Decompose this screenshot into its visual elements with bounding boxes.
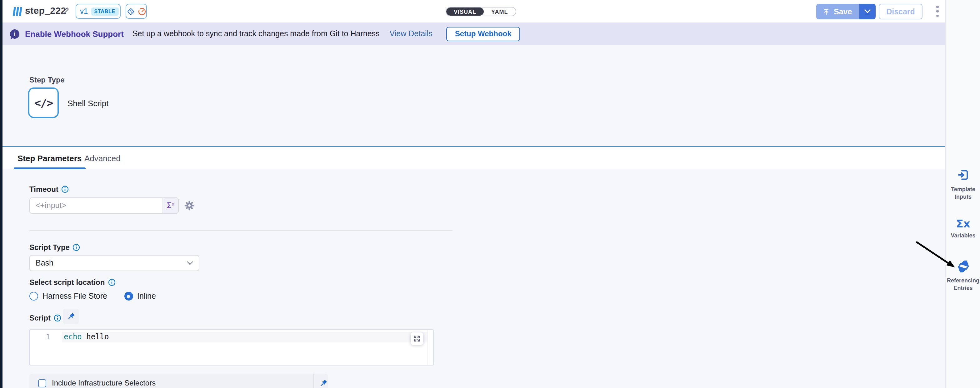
radio-harness-file-store[interactable] [29, 292, 38, 301]
shell-script-step-icon[interactable]: </> [28, 87, 59, 118]
header-status-icons [126, 4, 147, 19]
view-details-link[interactable]: View Details [390, 29, 433, 38]
pushpin-icon [67, 312, 75, 321]
row-divider [313, 374, 314, 388]
chevron-down-icon [187, 261, 193, 265]
git-experience-icon[interactable] [126, 6, 135, 16]
gear-icon[interactable] [185, 200, 194, 211]
info-icon[interactable] [54, 314, 61, 322]
save-button[interactable]: Save [816, 4, 859, 19]
right-utility-sidebar: Template Inputs Σx Variables Referencing… [945, 0, 980, 388]
script-type-select[interactable]: Bash [29, 255, 199, 271]
toggle-yaml[interactable]: YAML [484, 8, 515, 16]
script-field-label: Script [29, 314, 61, 323]
sidebar-item-variables[interactable]: Σx Variables [946, 218, 980, 240]
script-location-options: Harness File Store Inline [29, 292, 156, 301]
timeout-field-label: Timeout [29, 185, 69, 194]
radio-label: Inline [137, 292, 156, 301]
code-keyword: echo [64, 332, 82, 341]
sidebar-item-label: Referencing Entries [946, 277, 980, 292]
save-options-button[interactable] [859, 4, 876, 19]
script-type-label: Script Type [29, 243, 80, 252]
runtime-input-type-button[interactable]: Σˣ [162, 198, 178, 213]
pin-infra-button[interactable] [316, 374, 331, 388]
code-icon: </> [34, 96, 52, 109]
webhook-banner: i Enable Webhook Support Set up a webhoo… [3, 22, 945, 45]
version-selector[interactable]: v1 STABLE [76, 4, 121, 19]
expand-editor-button[interactable] [410, 332, 423, 345]
info-icon[interactable] [108, 279, 115, 286]
section-divider [29, 230, 452, 231]
timer-icon[interactable] [137, 6, 146, 16]
stable-badge: STABLE [91, 7, 118, 15]
chevron-down-icon [864, 10, 870, 14]
sidebar-item-template-inputs[interactable]: Template Inputs [946, 169, 980, 201]
timeout-input-group: Σˣ [29, 197, 179, 214]
collapsed-nav-rail [0, 0, 3, 388]
visual-yaml-toggle: VISUAL YAML [445, 7, 516, 16]
step-type-value: Shell Script [67, 99, 109, 108]
main-column: step_222 v1 STABLE [3, 0, 945, 388]
script-code-editor[interactable]: 1 echo hello [29, 329, 434, 366]
current-line-highlight [62, 332, 428, 342]
template-inputs-icon [957, 169, 969, 181]
variables-icon: Σx [956, 218, 970, 230]
banner-title: Enable Webhook Support [25, 29, 124, 38]
info-bubble-icon: i [10, 29, 19, 38]
info-icon[interactable] [62, 186, 69, 193]
script-type-value: Bash [36, 259, 53, 267]
pushpin-icon [319, 379, 327, 387]
discard-button[interactable]: Discard [879, 4, 923, 19]
banner-message: Set up a webhook to sync and track chang… [132, 29, 380, 38]
save-label: Save [834, 7, 852, 16]
sidebar-item-label: Template Inputs [946, 186, 980, 201]
page-title: step_222 [25, 5, 66, 16]
tab-bar: Step Parameters Advanced [3, 146, 945, 169]
code-argument: hello [86, 332, 109, 341]
step-config-content: Step Type </> Shell Script Step Paramete… [3, 45, 945, 388]
info-icon[interactable] [73, 244, 80, 251]
sidebar-item-label: Variables [946, 232, 980, 240]
code-line: echo hello [64, 332, 109, 341]
save-split-button: Save [816, 4, 876, 19]
include-infra-label: Include Infrastructure Selectors [52, 378, 156, 387]
upload-icon [822, 8, 830, 15]
script-location-label: Select script location [29, 278, 115, 287]
step-type-label: Step Type [29, 76, 65, 84]
line-number: 1 [30, 333, 50, 341]
more-options-button[interactable] [933, 6, 942, 17]
harness-logo-icon [12, 7, 23, 16]
toggle-visual[interactable]: VISUAL [446, 8, 484, 16]
timeout-input[interactable] [30, 198, 162, 213]
edit-pencil-icon[interactable] [61, 7, 69, 15]
setup-webhook-button[interactable]: Setup Webhook [446, 27, 520, 41]
include-infra-row: Include Infrastructure Selectors [29, 374, 328, 388]
editor-minimap-divider [428, 330, 428, 365]
radio-inline[interactable] [124, 292, 133, 301]
referencing-entries-icon [957, 261, 969, 272]
tab-advanced[interactable]: Advanced [84, 147, 121, 169]
version-label: v1 [80, 7, 88, 16]
sidebar-item-referencing-entries[interactable]: Referencing Entries [946, 261, 980, 292]
pin-script-button[interactable] [63, 308, 79, 324]
tab-step-parameters[interactable]: Step Parameters [18, 147, 81, 169]
fullscreen-icon [413, 335, 421, 342]
radio-label: Harness File Store [43, 292, 107, 301]
harness-step-config-page: step_222 v1 STABLE [0, 0, 980, 388]
top-header: step_222 v1 STABLE [3, 0, 945, 22]
include-infra-checkbox[interactable] [38, 379, 46, 387]
